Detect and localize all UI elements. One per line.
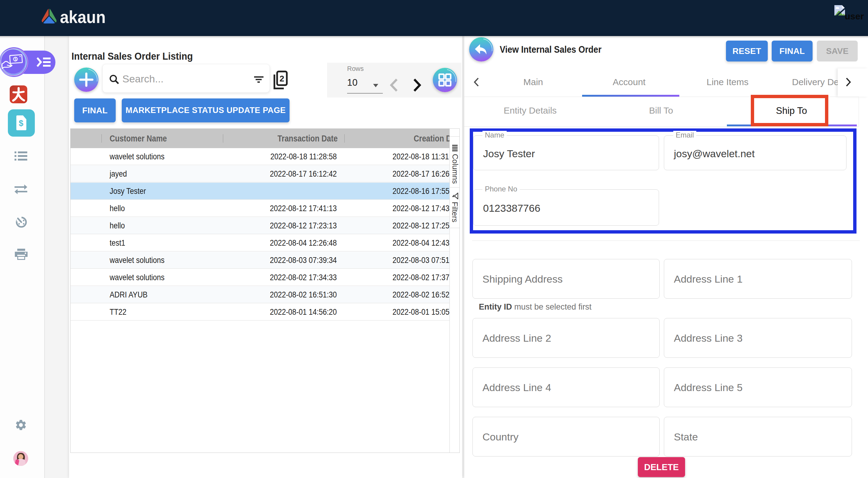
svg-text:2: 2 <box>280 74 284 83</box>
svg-text:$: $ <box>19 119 23 128</box>
